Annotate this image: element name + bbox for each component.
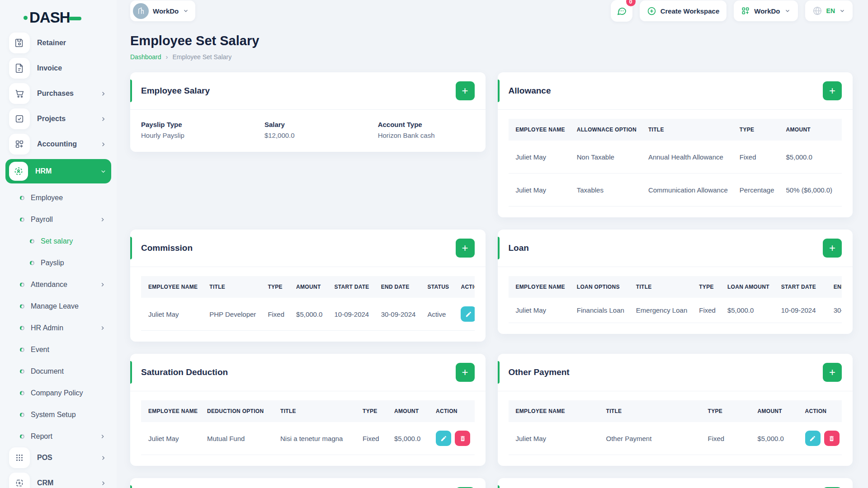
sidebar-subitem-document[interactable]: Document: [0, 361, 117, 382]
sidebar-item-accounting[interactable]: Accounting: [5, 134, 111, 155]
delete-button[interactable]: [455, 431, 470, 446]
action-cell: [453, 298, 474, 331]
card-title: Saturation Deduction: [141, 367, 228, 377]
add-other-payment-button[interactable]: +: [823, 363, 842, 382]
messages-button[interactable]: 0: [611, 0, 632, 22]
delete-button[interactable]: [824, 431, 840, 446]
column-header: Action: [453, 276, 474, 298]
card-title: Allowance: [509, 86, 551, 96]
chat-icon: [616, 5, 627, 16]
edit-button[interactable]: [436, 431, 451, 446]
sidebar-subitem-label: Event: [31, 346, 106, 354]
column-header: Amount: [289, 276, 327, 298]
table-cell: 10-09-2024: [774, 298, 826, 323]
chevron-right-icon: [99, 282, 106, 288]
commission-card: Commission + Employee NameTitleTypeAmoun…: [130, 230, 486, 342]
bullet-icon: [20, 196, 24, 200]
bullet-icon: [20, 217, 24, 222]
column-header: Start Date: [774, 276, 826, 298]
edit-button[interactable]: [461, 306, 474, 322]
sidebar-subitem-company-policy[interactable]: Company Policy: [0, 382, 117, 404]
field-value: Horizon Bank cash: [378, 131, 475, 139]
chevron-right-icon: [100, 141, 107, 148]
create-workspace-button[interactable]: Create Workspace: [640, 0, 727, 21]
language-selector[interactable]: EN: [805, 0, 853, 21]
table-cell: Juliet May: [141, 298, 202, 331]
sidebar-item-pos[interactable]: POS: [5, 447, 111, 468]
add-saturation-deduction-button[interactable]: +: [456, 363, 475, 382]
field-label: Payslip Type: [141, 121, 264, 128]
sidebar-subitem-label: Set salary: [41, 237, 106, 245]
sidebar-item-purchases[interactable]: Purchases: [5, 83, 111, 104]
brand-logo[interactable]: DASH: [0, 0, 117, 33]
column-header: Type: [260, 276, 289, 298]
bullet-icon: [20, 304, 24, 309]
trash-icon: [459, 435, 466, 442]
sidebar-item-hrm[interactable]: HRM: [5, 159, 111, 183]
sidebar-subitem-hr-admin[interactable]: HR Admin: [0, 317, 117, 339]
breadcrumb-dashboard-link[interactable]: Dashboard: [130, 53, 161, 61]
sidebar-item-crm[interactable]: CRM: [5, 473, 111, 488]
table-cell: 30-09-2024: [826, 298, 842, 323]
sidebar-item-label: Purchases: [37, 89, 93, 98]
sidebar-subitem-employee[interactable]: Employee: [0, 187, 117, 209]
workspace-switcher[interactable]: WorkDo: [130, 0, 195, 21]
crm-icon: [9, 473, 30, 488]
column-header: Loan Options: [570, 276, 629, 298]
sidebar-subitem-attendance[interactable]: Attendance: [0, 274, 117, 296]
table-cell: Non Taxable: [570, 141, 641, 174]
sidebar-item-invoice[interactable]: Invoice: [5, 58, 111, 79]
column-header: Amount: [750, 400, 798, 422]
edit-button[interactable]: [805, 431, 821, 446]
sidebar-item-retainer[interactable]: Retainer: [5, 33, 111, 53]
chevron-right-icon: [100, 455, 107, 461]
add-allowance-button[interactable]: +: [823, 81, 842, 100]
pencil-icon: [809, 435, 816, 442]
sidebar-item-projects[interactable]: Projects: [5, 108, 111, 129]
field-value: Hourly Payslip: [141, 131, 264, 139]
sidebar-subitem-payroll[interactable]: Payroll: [0, 209, 117, 230]
card-header: Saturation Deduction +: [130, 354, 486, 391]
column-header: Action: [798, 400, 842, 422]
table-row: Juliet MayTaxablesCommunication Allowanc…: [509, 174, 842, 206]
add-commission-button[interactable]: +: [456, 239, 475, 258]
table-row: Juliet MayFinancials LoanEmergency LoanF…: [509, 298, 842, 323]
workdo-menu-button[interactable]: WorkDo: [734, 0, 797, 21]
sidebar-subitem-label: Payroll: [31, 216, 93, 224]
sidebar-subitem-label: HR Admin: [31, 324, 93, 332]
sidebar-subitem-payslip[interactable]: Payslip: [0, 252, 117, 274]
column-header: Loan Amount: [720, 276, 774, 298]
loan-card: Loan + Employee NameLoan OptionsTitleTyp…: [498, 230, 853, 334]
table-cell: Fixed: [692, 298, 720, 323]
sidebar-subitem-report[interactable]: Report: [0, 426, 117, 447]
sidebar-subitem-event[interactable]: Event: [0, 339, 117, 361]
card-header: Employee Salary +: [130, 72, 486, 110]
table-cell: $5,000.0: [387, 422, 429, 455]
sidebar-subitem-set-salary[interactable]: Set salary: [0, 230, 117, 252]
sidebar-subitem-label: Employee: [31, 194, 106, 202]
add-employee-salary-button[interactable]: +: [456, 81, 475, 100]
hrm-icon: [9, 162, 28, 181]
employee-salary-body: Payslip Type Hourly Payslip Salary $12,0…: [130, 110, 486, 152]
sidebar-subitem-system-setup[interactable]: System Setup: [0, 404, 117, 426]
table-cell: Annual Health Allowance: [641, 141, 732, 174]
add-loan-button[interactable]: +: [823, 239, 842, 258]
table-cell: Fixed: [701, 422, 750, 455]
sidebar-subitem-manage-leave[interactable]: Manage Leave: [0, 296, 117, 317]
table-cell: Juliet May: [509, 174, 570, 206]
bullet-icon: [20, 434, 24, 439]
plus-circle-icon: [647, 6, 656, 16]
main-area: WorkDo 0 Create Workspace WorkDo: [117, 0, 868, 488]
sidebar-subitem-label: Manage Leave: [31, 302, 106, 310]
logo-dash-icon: [69, 17, 81, 20]
card-title: Loan: [509, 243, 529, 253]
workspace-avatar: [133, 3, 149, 19]
column-header: Title: [273, 400, 355, 422]
column-header: Deduction Option: [200, 400, 273, 422]
loan-table-wrap: Employee NameLoan OptionsTitleTypeLoan A…: [509, 276, 842, 323]
sidebar-item-label: POS: [37, 454, 93, 462]
action-cell: [837, 174, 842, 206]
chevron-down-icon: [100, 168, 107, 175]
pencil-icon: [465, 311, 472, 318]
table-cell: $5,000.0: [720, 298, 774, 323]
